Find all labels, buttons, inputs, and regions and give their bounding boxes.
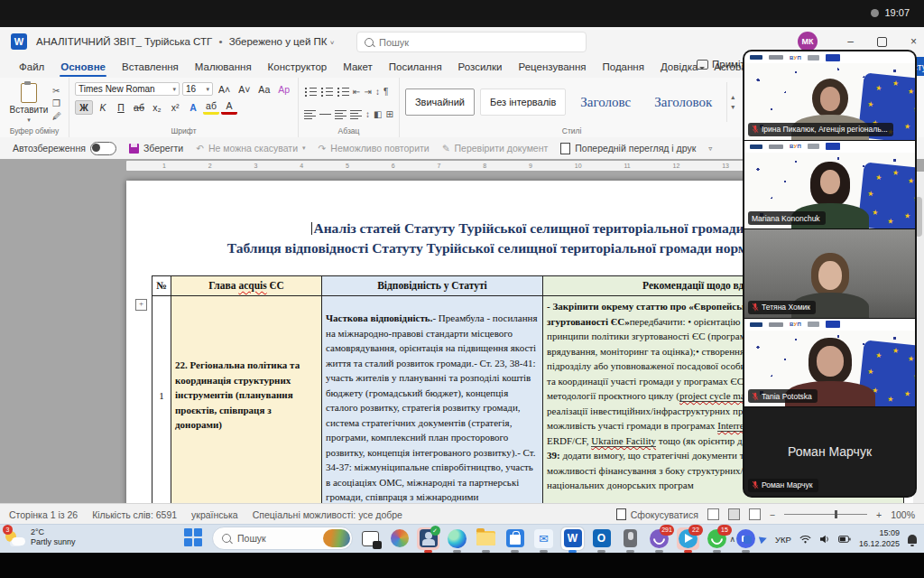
meeting-app-button[interactable]: ✓ [417,527,439,550]
table-move-handle[interactable]: + [135,299,147,311]
viber-button[interactable]: 291 [648,527,670,550]
align-center-icon[interactable] [319,109,331,119]
accessibility-status[interactable]: Спеціальні можливості: усе добре [253,509,402,520]
bullets-icon[interactable] [304,87,317,97]
file-explorer-button[interactable] [475,527,497,550]
battery-icon[interactable] [838,536,851,543]
account-avatar[interactable]: МК [798,32,818,51]
minimize-button[interactable]: – [847,35,854,48]
start-button[interactable] [182,527,206,550]
word-search-box[interactable]: Пошук [356,32,587,52]
close-button[interactable]: × [910,35,917,48]
line-spacing-icon[interactable]: ↕ [365,109,370,119]
whatsapp-button[interactable]: 15 [706,527,728,550]
autosave-toggle[interactable]: Автозбереження [13,142,116,155]
bold-button[interactable]: Ж [75,100,93,115]
tab-home[interactable]: Основне [52,59,114,75]
qat-customize-button[interactable]: ▿ [708,144,712,153]
check-document-button[interactable]: ✎Перевірити документ [442,143,549,154]
numbering-icon[interactable] [320,87,333,97]
tab-review[interactable]: Рецензування [511,59,595,75]
participant-tile-mariana[interactable]: ВУП ★★★ ★★★ ★★ Mariana Kononchuk [744,141,915,229]
highlight-button[interactable]: аб [203,99,219,115]
read-mode-button[interactable] [707,508,719,520]
participant-tile-roman[interactable]: Роман Марчук Роман Марчук [744,407,915,496]
tray-expand-button[interactable]: ∧ [729,535,735,544]
outlook-button[interactable]: O [590,527,613,550]
zoom-out-button[interactable]: − [770,509,775,520]
participant-tile-tetiana[interactable]: Тетяна Хомик [744,229,915,318]
print-layout-button[interactable] [728,508,740,520]
subscript-button[interactable]: x₂ [149,101,165,114]
tab-mailings[interactable]: Розсилки [450,59,511,75]
align-right-icon[interactable] [335,109,346,119]
taskbar-search[interactable]: Пошук [212,527,353,550]
zoom-slider-thumb[interactable] [835,510,837,518]
copilot-button[interactable] [388,527,411,550]
style-heading1[interactable]: Заголовс [571,88,640,117]
edge-button[interactable] [446,527,468,550]
font-name-select[interactable]: Times New Roman▾ [75,82,180,96]
weather-widget[interactable]: 3 2°C Partly sunny [5,527,76,548]
shrink-font-button[interactable]: А˅ [236,83,253,96]
decrease-indent-icon[interactable]: ⇤ [353,87,360,97]
web-layout-button[interactable] [749,508,761,520]
style-heading2[interactable]: Заголовок [645,88,721,117]
tab-references[interactable]: Посилання [381,59,450,75]
volume-icon[interactable] [819,535,830,544]
styles-gallery-more-button[interactable]: ▴▾ [726,82,738,122]
participant-tile-iryna[interactable]: ВУП ★★★ ★★★ ★★ [744,51,915,140]
mail-button[interactable]: ✉ [532,527,555,550]
save-status[interactable]: Збережено у цей ПК [229,36,328,47]
tab-design[interactable]: Конструктор [260,59,336,75]
print-preview-button[interactable]: Попередній перегляд і друк [560,143,696,154]
paste-button[interactable]: Вставити▾ [5,82,52,125]
voice-recorder-button[interactable] [619,527,642,550]
superscript-button[interactable]: x² [167,101,183,114]
grow-font-button[interactable]: А˄ [216,83,233,96]
shading-icon[interactable]: ◧ [374,109,382,119]
tab-draw[interactable]: Малювання [187,59,260,75]
zoom-slider[interactable] [784,514,867,515]
language-switcher[interactable]: УКР [775,535,791,545]
cut-icon[interactable]: ✂ [52,86,61,96]
text-effects-button[interactable]: А [185,101,201,114]
tab-file[interactable]: Файл [11,59,52,75]
notifications-bell-icon[interactable] [908,535,917,544]
pilcrow-icon[interactable]: ¶ [383,87,388,97]
justify-icon[interactable] [350,109,362,119]
store-button[interactable] [504,527,526,550]
format-painter-icon[interactable]: 🖉 [52,111,61,121]
wifi-icon[interactable] [799,535,811,544]
page-indicator[interactable]: Сторінка 1 із 26 [9,509,78,520]
video-call-window[interactable]: ВУП ★★★ ★★★ ★★ [743,50,917,498]
tray-location-icon[interactable] [759,535,768,544]
tab-insert[interactable]: Вставлення [114,59,187,75]
borders-icon[interactable]: ⊞ [386,109,393,119]
tab-layout[interactable]: Макет [335,59,381,75]
tray-mic-icon[interactable] [744,536,752,544]
task-view-button[interactable] [359,527,382,550]
language-indicator[interactable]: українська [191,509,238,520]
document-title[interactable]: АНАЛІТИЧНИЙ ЗВІТ_ Турійська СТГ • Збереж… [36,36,334,47]
italic-button[interactable]: K [95,101,111,114]
focus-mode-button[interactable]: Сфокусуватися [616,508,698,520]
zoom-in-button[interactable]: + [876,509,882,520]
multilevel-list-icon[interactable] [337,87,349,97]
telegram-button[interactable]: 22 [677,527,699,550]
participant-tile-tania[interactable]: ВУП ★★★ ★★★ ★★ Tania Potot [744,319,915,407]
sort-icon[interactable]: ↕ [375,87,380,97]
redo-button[interactable]: ↷Неможливо повторити [319,143,430,154]
undo-button[interactable]: ↶Не можна скасувати▾ [196,143,305,154]
clear-format-button[interactable]: Аp [275,83,292,96]
style-no-spacing[interactable]: Без інтервалів [480,89,566,116]
maximize-button[interactable] [877,37,887,47]
save-button[interactable]: Зберегти [129,143,183,154]
clock[interactable]: 15:0916.12.2025 [859,528,900,549]
underline-button[interactable]: П [113,101,129,114]
increase-indent-icon[interactable]: ⇥ [364,87,371,97]
style-normal[interactable]: Звичайний [405,89,475,116]
change-case-button[interactable]: Аа [255,83,273,96]
font-color-button[interactable]: А [221,99,237,115]
word-count[interactable]: Кількість слів: 6591 [92,509,177,520]
